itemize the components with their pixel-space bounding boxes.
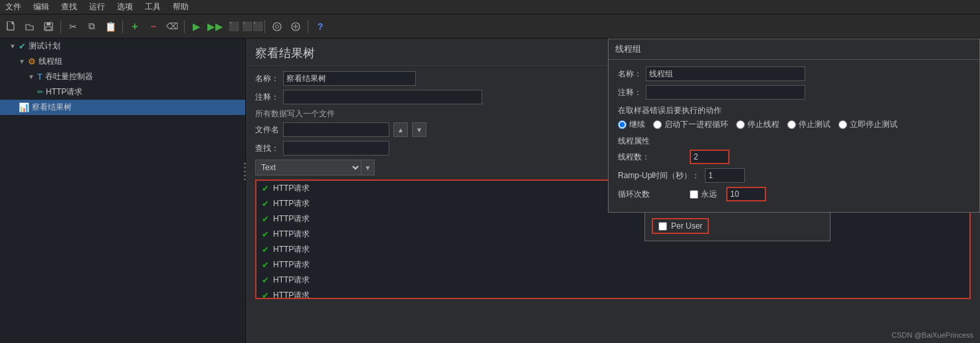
help-button[interactable]: ? xyxy=(312,18,329,35)
menu-tools[interactable]: 工具 xyxy=(142,1,163,13)
add-button[interactable]: + xyxy=(126,18,144,35)
thread-name-input[interactable] xyxy=(646,66,805,81)
forever-label: 永远 xyxy=(701,189,717,200)
tree-arrow-thread-group: ▼ xyxy=(19,58,25,65)
radio-continue-input[interactable] xyxy=(618,120,627,129)
play-all-button[interactable]: ▶▶ xyxy=(207,18,224,35)
search-input[interactable] xyxy=(283,141,389,156)
per-user-checkbox[interactable] xyxy=(658,222,667,231)
resize-handle[interactable] xyxy=(244,163,246,181)
comment-label: 注释： xyxy=(255,92,279,103)
stop-all-button[interactable]: ⬛⬛ xyxy=(244,18,261,35)
menu-find[interactable]: 查找 xyxy=(58,1,80,13)
thread-name-label: 名称： xyxy=(618,68,642,80)
view-dropdown[interactable]: Text xyxy=(255,160,361,175)
test-plan-label: 测试计划 xyxy=(29,41,60,52)
per-user-label: Per User xyxy=(671,221,702,231)
thread-group-label: 线程组 xyxy=(39,56,62,67)
radio-next-loop-input[interactable] xyxy=(653,120,662,129)
thread-comment-input[interactable] xyxy=(646,85,805,100)
dropdown-arrow[interactable]: ▼ xyxy=(361,160,375,175)
http-label: HTTP请求 xyxy=(46,86,82,98)
comment-input[interactable] xyxy=(283,90,482,104)
list-item-label-4: HTTP请求 xyxy=(273,229,310,240)
ramp-up-input[interactable] xyxy=(705,168,745,183)
remove-button[interactable]: − xyxy=(145,18,162,35)
check-icon-3: ✔ xyxy=(262,214,269,224)
radio-stop-thread-input[interactable] xyxy=(736,120,745,129)
tree-arrow-throttle: ▼ xyxy=(28,73,35,80)
list-item-label-3: HTTP请求 xyxy=(273,213,310,225)
stop-button[interactable]: ⬛ xyxy=(225,18,243,35)
name-label: 名称： xyxy=(255,73,279,84)
list-item[interactable]: ✔ HTTP请求 xyxy=(256,273,969,288)
play-button[interactable]: ▶ xyxy=(188,18,205,35)
radio-stop-now-input[interactable] xyxy=(838,120,847,129)
menu-file[interactable]: 文件 xyxy=(3,1,24,13)
filename-input[interactable] xyxy=(283,122,389,137)
radio-stop-thread-label: 停止线程 xyxy=(747,119,779,130)
list-item[interactable]: ✔ HTTP请求 xyxy=(256,288,969,299)
thread-group-icon: ⚙ xyxy=(28,57,36,66)
watermark: CSDN @BaiXuePrincess xyxy=(892,331,973,339)
thread-props-title: 线程属性 xyxy=(618,136,970,147)
loop-count-input[interactable] xyxy=(726,187,766,201)
open-button[interactable] xyxy=(21,18,39,35)
svg-rect-3 xyxy=(46,27,51,30)
svg-rect-2 xyxy=(47,23,50,25)
radio-stop-thread[interactable]: 停止线程 xyxy=(736,119,779,130)
thread-name-row: 名称： xyxy=(618,66,970,81)
thread-count-input[interactable] xyxy=(690,150,730,164)
name-input[interactable] xyxy=(283,71,416,86)
throttle-icon: T xyxy=(37,72,43,82)
new-button[interactable] xyxy=(3,18,20,35)
sidebar-item-listener[interactable]: 📊 察看结果树 xyxy=(0,100,245,115)
menu-help[interactable]: 帮助 xyxy=(170,1,191,13)
sidebar-item-test-plan[interactable]: ▼ ✔ 测试计划 xyxy=(0,39,245,54)
forever-checkbox[interactable] xyxy=(690,190,698,199)
copy-button[interactable]: ⧉ xyxy=(83,18,100,35)
list-item-label-5: HTTP请求 xyxy=(273,244,310,255)
save-button[interactable] xyxy=(40,18,57,35)
radio-stop-test-label: 停止测试 xyxy=(799,119,831,130)
ramp-up-row: Ramp-Up时间（秒）： xyxy=(618,168,970,183)
radio-next-loop-label: 启动下一进程循环 xyxy=(664,119,728,130)
list-item[interactable]: ✔ HTTP请求 xyxy=(256,242,969,257)
sidebar-item-throttle[interactable]: ▼ T 吞吐量控制器 xyxy=(0,69,245,84)
browse-button[interactable]: ▲ xyxy=(393,122,408,137)
radio-stop-test[interactable]: 停止测试 xyxy=(787,119,831,130)
list-item-label-8: HTTP请求 xyxy=(273,290,310,299)
remote-button[interactable] xyxy=(268,18,286,35)
list-item[interactable]: ✔ HTTP请求 xyxy=(256,257,969,273)
check-icon-2: ✔ xyxy=(262,199,269,209)
list-item-label-2: HTTP请求 xyxy=(273,198,310,209)
config-label: 查找： xyxy=(255,143,279,154)
sidebar-item-thread-group[interactable]: ▼ ⚙ 线程组 xyxy=(0,54,245,69)
check-icon-6: ✔ xyxy=(262,260,269,270)
menu-edit[interactable]: 编辑 xyxy=(31,1,52,13)
error-section-title: 在取样器错误后要执行的动作 xyxy=(618,105,970,116)
sidebar: ▼ ✔ 测试计划 ▼ ⚙ 线程组 ▼ T 吞吐量控制器 ✏ HTTP请求 📊 察… xyxy=(0,39,246,343)
thread-comment-row: 注释： xyxy=(618,85,970,100)
radio-next-loop[interactable]: 启动下一进程循环 xyxy=(653,119,728,130)
cut-button[interactable]: ✂ xyxy=(64,18,82,35)
forever-option[interactable]: 永远 xyxy=(690,189,717,200)
radio-stop-test-input[interactable] xyxy=(787,120,796,129)
thread-count-label: 线程数： xyxy=(618,152,684,163)
clear-button[interactable]: ⌫ xyxy=(163,18,181,35)
thread-group-panel-body: 名称： 注释： 在取样器错误后要执行的动作 继续 启动下一进程循环 停止线程 xyxy=(609,60,979,212)
radio-continue-label: 继续 xyxy=(629,119,645,130)
radio-stop-now[interactable]: 立即停止测试 xyxy=(838,119,898,130)
check-icon-5: ✔ xyxy=(262,245,269,255)
check-icon-8: ✔ xyxy=(262,290,269,299)
list-item[interactable]: ✔ HTTP请求 xyxy=(256,227,969,242)
config-button[interactable]: ▼ xyxy=(412,122,427,137)
remote-all-button[interactable] xyxy=(287,18,304,35)
loop-count-label: 循环次数 xyxy=(618,189,684,200)
list-item[interactable]: ✔ HTTP请求 xyxy=(256,211,969,227)
radio-continue[interactable]: 继续 xyxy=(618,119,645,130)
sidebar-item-http[interactable]: ✏ HTTP请求 xyxy=(0,84,245,100)
paste-button[interactable]: 📋 xyxy=(102,18,119,35)
menu-options[interactable]: 选项 xyxy=(114,1,136,13)
menu-run[interactable]: 运行 xyxy=(86,1,108,13)
